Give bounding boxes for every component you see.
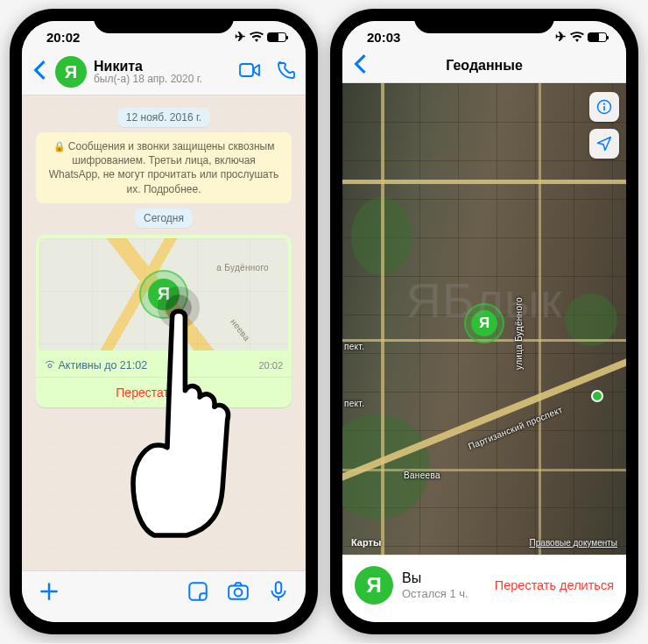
map-legal-link[interactable]: Правовые документы [530,538,617,548]
geo-footer: Я Вы Остался 1 ч. Перестать делиться [342,555,626,622]
sticker-button[interactable] [187,580,209,606]
footer-remaining: Остался 1 ч. [402,587,486,601]
chat-navbar: Я Никита был(-а) 18 апр. 2020 г. [22,53,306,96]
secondary-location-dot[interactable] [591,390,603,402]
airplane-icon: ✈︎ [235,29,246,45]
chat-input-bar [22,570,306,622]
contact-avatar[interactable]: Я [55,56,87,88]
battery-icon [588,32,607,42]
road-label: улица Будённого [514,297,524,370]
footer-avatar[interactable]: Я [355,566,393,605]
wifi-icon [570,30,584,45]
microphone-button[interactable] [267,580,290,606]
date-badge-old: 12 нояб. 2016 г. [117,108,210,127]
map-attribution: Карты [351,537,381,548]
svg-point-1 [48,364,52,367]
road-label: пект. [344,342,364,351]
status-bar: 20:02 ✈︎ [22,21,306,53]
voice-call-button[interactable] [276,60,297,84]
date-badge-today: Сегодня [135,209,193,228]
svg-point-9 [603,103,605,105]
my-location-avatar: Я [471,310,497,336]
message-timestamp: 20:02 [258,360,283,371]
svg-rect-4 [189,583,207,600]
my-location-pin[interactable]: Я [464,303,504,343]
status-time: 20:03 [367,30,400,45]
recenter-button[interactable] [589,129,619,159]
status-bar: 20:03 ✈︎ [342,21,626,53]
encryption-text: Сообщения и звонки защищены сквозным шиф… [49,140,279,195]
status-indicators: ✈︎ [235,29,286,45]
stop-sharing-button[interactable]: Перестать делиться [495,578,614,592]
lock-icon: 🔒 [53,141,66,152]
back-button[interactable] [351,53,369,80]
battery-icon [267,32,286,42]
page-title: Геоданные [446,58,523,74]
back-button[interactable] [31,59,48,86]
map-street-label: а Будённого [216,263,269,272]
footer-you-label: Вы [402,570,486,587]
svg-rect-10 [603,106,605,110]
svg-rect-0 [240,64,253,76]
status-indicators: ✈︎ [555,29,607,45]
road-label: пект. [344,399,364,408]
status-time: 20:02 [46,30,80,45]
phone-right: 20:03 ✈︎ Геоданные [330,9,638,634]
chat-body[interactable]: 12 нояб. 2016 г. 🔒 Сообщения и звонки за… [22,96,306,570]
map-info-button[interactable] [589,92,619,122]
phone-left: 20:02 ✈︎ Я Никита был(-а) 18 апр. 2020 г… [10,9,318,634]
road-label: Ванеева [404,471,440,480]
wifi-icon [250,30,264,45]
contact-info[interactable]: Никита был(-а) 18 апр. 2020 г. [94,59,232,86]
footer-text: Вы Остался 1 ч. [402,570,486,601]
screen-left: 20:02 ✈︎ Я Никита был(-а) 18 апр. 2020 г… [22,21,306,622]
video-call-button[interactable] [239,60,260,84]
airplane-icon: ✈︎ [555,29,567,45]
encryption-notice[interactable]: 🔒 Сообщения и звонки защищены сквозным ш… [36,132,292,203]
satellite-map[interactable]: улица Будённого Партизанский проспект Ва… [342,83,626,555]
contact-last-seen: был(-а) 18 апр. 2020 г. [94,74,232,85]
geo-navbar: Геоданные [342,53,626,83]
attach-button[interactable] [38,580,60,606]
svg-point-6 [235,589,243,597]
camera-button[interactable] [227,580,250,606]
contact-name: Никита [94,59,232,74]
svg-rect-7 [276,582,282,593]
screen-right: 20:03 ✈︎ Геоданные [342,21,626,622]
pointer-hand-illustration [122,285,236,545]
